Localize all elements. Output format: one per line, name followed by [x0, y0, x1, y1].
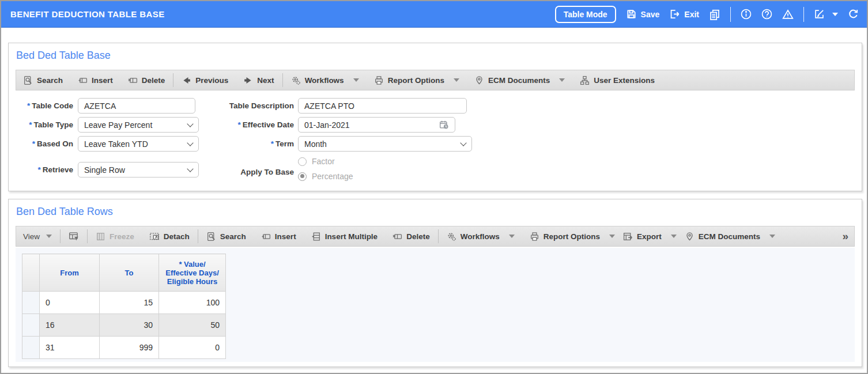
cell-value[interactable]: 0 — [159, 337, 226, 359]
chevron-down-icon — [509, 235, 515, 238]
cell-value[interactable]: 50 — [159, 314, 226, 337]
rows-ecm-documents-button[interactable]: ECM Documents — [685, 232, 775, 241]
chevron-down-icon — [769, 235, 775, 238]
chevron-down-icon — [671, 235, 677, 238]
qbe-filter-icon — [69, 231, 79, 241]
previous-button[interactable]: Previous — [182, 75, 228, 85]
table-code-input[interactable]: AZETCA — [78, 98, 195, 114]
rows-delete-button[interactable]: Delete — [393, 232, 430, 241]
search-icon — [23, 75, 33, 85]
cell-from[interactable]: 16 — [40, 314, 100, 337]
toolbar-divider — [198, 229, 198, 243]
percentage-radio-row: Percentage — [298, 172, 353, 181]
cell-value[interactable]: 100 — [159, 292, 226, 314]
delete-row-icon — [128, 75, 138, 85]
rows-search-button[interactable]: Search — [206, 232, 246, 241]
calendar-icon[interactable] — [439, 120, 449, 130]
cell-from[interactable]: 31 — [40, 337, 100, 359]
rows-workflows-button[interactable]: Workflows — [447, 232, 515, 241]
export-icon — [623, 232, 633, 241]
insert-button[interactable]: Insert — [78, 75, 113, 85]
cell-to[interactable]: 30 — [100, 314, 159, 337]
next-button[interactable]: Next — [243, 75, 274, 85]
user-extensions-button[interactable]: User Extensions — [580, 75, 655, 85]
save-button[interactable]: Save — [626, 9, 660, 20]
ben-ded-rows-table: From To * Value/ Effective Days/ Eligibl… — [22, 254, 226, 359]
column-header-to: To — [100, 254, 159, 292]
table-row[interactable]: 31 999 0 — [22, 337, 226, 359]
row-selector-cell[interactable] — [22, 337, 40, 359]
export-button[interactable]: Export — [623, 232, 677, 241]
table-description-input[interactable]: AZETCA PTO — [298, 98, 467, 114]
chevron-down-icon — [46, 235, 52, 238]
table-row[interactable]: 0 15 100 — [22, 292, 226, 314]
header-divider — [803, 7, 804, 22]
rows-panel-title: Ben Ded Table Rows — [16, 206, 113, 218]
table-row[interactable]: 16 30 50 — [22, 314, 226, 337]
column-header-from: From — [40, 254, 100, 292]
retrieve-select[interactable]: Single Row — [78, 162, 199, 177]
app-header: BENEFIT DEDUCTION TABLE BASE Table Mode … — [1, 1, 867, 28]
freeze-button: Freeze — [96, 232, 134, 241]
delete-button[interactable]: Delete — [128, 75, 165, 85]
warning-icon — [782, 9, 794, 20]
insert-row-icon — [261, 232, 271, 241]
row-selector-cell[interactable] — [22, 314, 40, 337]
workflows-button[interactable]: Workflows — [291, 75, 359, 85]
table-type-label: *Table Type — [14, 117, 73, 133]
refresh-button[interactable] — [848, 9, 859, 20]
view-menu-button[interactable]: View — [23, 232, 52, 241]
rows-grid-area: From To * Value/ Effective Days/ Eligibl… — [16, 248, 855, 362]
exit-icon — [669, 9, 680, 20]
based-on-select[interactable]: Leave Taken YTD — [78, 136, 199, 152]
row-selector-cell[interactable] — [22, 292, 40, 314]
toolbar-overflow-button[interactable]: » — [842, 230, 847, 243]
cell-from[interactable]: 0 — [40, 292, 100, 314]
effective-date-input[interactable]: 01-Jan-2021 — [298, 117, 455, 133]
table-header-row: From To * Value/ Effective Days/ Eligibl… — [22, 254, 226, 292]
report-options-button[interactable]: Report Options — [374, 75, 459, 85]
factor-radio — [298, 157, 307, 166]
cell-to[interactable]: 15 — [100, 292, 159, 314]
table-code-label: *Table Code — [14, 98, 73, 114]
table-type-select[interactable]: Leave Pay Percent — [78, 117, 199, 133]
effective-date-label: *Effective Date — [182, 117, 294, 133]
printer-icon — [530, 232, 539, 241]
toolbar-divider — [438, 229, 439, 243]
freeze-icon — [96, 232, 105, 241]
warnings-button[interactable] — [782, 9, 794, 20]
header-divider — [730, 7, 731, 22]
edit-icon — [814, 9, 825, 20]
detach-button[interactable]: Detach — [149, 231, 190, 241]
help-button[interactable] — [761, 9, 772, 20]
factor-radio-label: Factor — [312, 157, 335, 166]
table-mode-button[interactable]: Table Mode — [555, 6, 616, 23]
insert-row-icon — [78, 75, 88, 85]
chevron-down-icon — [454, 78, 459, 82]
page-title: BENEFIT DEDUCTION TABLE BASE — [10, 9, 165, 19]
help-icon — [761, 9, 772, 20]
printer-icon — [374, 75, 384, 85]
query-by-example-button[interactable] — [69, 231, 79, 241]
term-label: *Term — [182, 136, 294, 152]
info-button[interactable] — [741, 9, 752, 20]
exit-button[interactable]: Exit — [669, 9, 699, 20]
edit-menu-button[interactable] — [814, 9, 838, 20]
ecm-documents-icon — [685, 232, 695, 241]
column-header-value: * Value/ Effective Days/ Eligible Hours — [159, 254, 226, 292]
chevron-down-icon — [559, 78, 565, 82]
chevron-down-icon — [832, 13, 838, 16]
next-arrow-icon — [243, 75, 253, 85]
ecm-documents-icon — [474, 75, 484, 85]
header-actions: Table Mode Save Exit — [555, 6, 859, 23]
toolbar-divider — [173, 73, 173, 87]
term-select[interactable]: Month — [298, 136, 472, 152]
search-button[interactable]: Search — [23, 75, 63, 85]
insert-multiple-button[interactable]: Insert Multiple — [311, 232, 378, 241]
rows-report-options-button[interactable]: Report Options — [530, 232, 615, 241]
copy-pages-button[interactable] — [709, 9, 720, 20]
ecm-documents-button[interactable]: ECM Documents — [474, 75, 565, 85]
previous-arrow-icon — [182, 75, 191, 85]
cell-to[interactable]: 999 — [100, 337, 159, 359]
rows-insert-button[interactable]: Insert — [261, 232, 296, 241]
